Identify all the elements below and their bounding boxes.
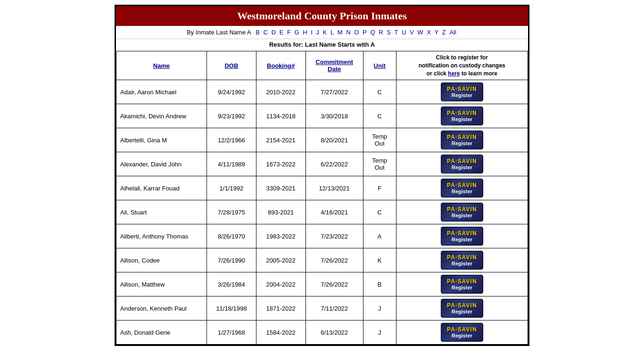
sort-unit-link[interactable]: Unit	[374, 62, 386, 69]
inmate-commitment-date: 6/22/2022	[305, 152, 363, 176]
inmate-dob: 8/26/1970	[207, 224, 256, 248]
inmate-unit: K	[363, 248, 396, 272]
inmate-name: Alhelall, Karrar Fouad	[116, 176, 207, 200]
nav-letter-y[interactable]: Y	[435, 29, 439, 36]
nav-letter-p[interactable]: P	[363, 29, 367, 36]
pa-savin-register-button[interactable]: PA-SAVIN Register	[441, 275, 483, 294]
nav-letter-o[interactable]: O	[354, 29, 359, 36]
inmates-table: Name DOB Booking# Commitment Date Unit C…	[116, 51, 528, 345]
nav-letter-v[interactable]: V	[410, 29, 414, 36]
inmate-dob: 9/24/1992	[207, 80, 256, 104]
nav-letter-j[interactable]: J	[316, 29, 320, 36]
nav-letter-g[interactable]: G	[295, 29, 299, 36]
nav-letter-q[interactable]: Q	[370, 29, 375, 36]
inmate-unit: C	[363, 104, 396, 128]
inmate-dob: 1/27/1968	[207, 321, 256, 345]
table-row: Albertelli, Gina M 12/2/1966 2154-2021 8…	[116, 128, 528, 152]
nav-letter-n[interactable]: N	[346, 29, 350, 36]
inmate-unit: J	[363, 321, 396, 345]
pa-savin-register-button[interactable]: PA-SAVIN Register	[441, 203, 483, 222]
inmate-dob: 4/11/1989	[207, 152, 256, 176]
inmate-name: Ash, Donald Gene	[116, 321, 207, 345]
pa-savin-register-button[interactable]: PA-SAVIN Register	[441, 251, 483, 270]
inmate-savin-cell: PA-SAVIN Register	[396, 200, 528, 224]
savin-btn-top-text: PA-SAVIN	[446, 134, 478, 140]
nav-letter-b[interactable]: B	[256, 29, 260, 36]
savin-btn-bottom-text: Register	[446, 237, 478, 242]
savin-btn-top-text: PA-SAVIN	[446, 254, 478, 261]
nav-letter-k[interactable]: K	[323, 29, 327, 36]
inmate-commitment-date: 7/23/2022	[305, 224, 363, 248]
pa-savin-register-button[interactable]: PA-SAVIN Register	[441, 227, 483, 246]
nav-letter-z[interactable]: Z	[442, 29, 446, 36]
pa-savin-register-button[interactable]: PA-SAVIN Register	[441, 299, 483, 318]
sort-name-link[interactable]: Name	[153, 62, 170, 69]
col-header-dob: DOB	[207, 51, 256, 80]
inmate-savin-cell: PA-SAVIN Register	[396, 248, 528, 272]
inmate-commitment-date: 8/20/2021	[305, 128, 363, 152]
inmate-unit: Temp Out	[363, 152, 396, 176]
savin-btn-top-text: PA-SAVIN	[446, 86, 478, 92]
inmate-dob: 7/28/1975	[207, 200, 256, 224]
nav-letter-e[interactable]: E	[280, 29, 284, 36]
inmate-savin-cell: PA-SAVIN Register	[396, 128, 528, 152]
inmate-savin-cell: PA-SAVIN Register	[396, 80, 528, 104]
table-row: Akamichi, Devin Andrew 9/23/1992 1134-20…	[116, 104, 528, 128]
nav-letter-u[interactable]: U	[402, 29, 406, 36]
col-header-unit: Unit	[363, 51, 396, 80]
inmate-commitment-date: 7/11/2022	[305, 296, 363, 321]
inmate-savin-cell: PA-SAVIN Register	[396, 152, 528, 176]
inmate-unit: J	[363, 296, 396, 321]
inmate-dob: 12/2/1966	[207, 128, 256, 152]
alpha-nav: By Inmate Last Name A B C D E F G H I J …	[116, 26, 528, 39]
nav-letter-w[interactable]: W	[417, 29, 423, 36]
inmate-booking: 2005-2022	[256, 248, 305, 272]
pa-savin-register-button[interactable]: PA-SAVIN Register	[441, 107, 483, 125]
sort-commitment-link[interactable]: Commitment Date	[315, 58, 353, 73]
inmate-booking: 1673-2022	[256, 152, 305, 176]
pa-savin-register-button[interactable]: PA-SAVIN Register	[441, 179, 483, 197]
savin-btn-top-text: PA-SAVIN	[446, 158, 478, 165]
inmate-booking: 1134-2018	[256, 104, 305, 128]
nav-letter-t[interactable]: T	[394, 29, 398, 36]
inmate-name: Ali, Stuart	[116, 200, 207, 224]
table-row: Aliberti, Anthony Thomas 8/26/1970 1983-…	[116, 224, 528, 248]
pa-savin-register-button[interactable]: PA-SAVIN Register	[441, 82, 483, 101]
sort-booking-link[interactable]: Booking#	[267, 62, 295, 69]
nav-letter-m[interactable]: M	[338, 29, 343, 36]
inmate-unit: C	[363, 80, 396, 104]
nav-letter-h[interactable]: H	[303, 29, 307, 36]
inmate-commitment-date: 7/26/2022	[305, 272, 363, 296]
pa-savin-register-button[interactable]: PA-SAVIN Register	[441, 155, 483, 173]
nav-letter-x[interactable]: X	[427, 29, 431, 36]
nav-letter-f[interactable]: F	[287, 29, 291, 36]
savin-btn-top-text: PA-SAVIN	[446, 206, 478, 213]
nav-letter-l[interactable]: L	[330, 29, 334, 36]
notify-text-3: or click	[427, 70, 446, 77]
notify-text-1: Click to register for	[436, 54, 488, 61]
notify-text-2: notification on custody changes	[419, 62, 505, 69]
nav-prefix: By Inmate Last Name A	[187, 29, 251, 36]
nav-letter-all[interactable]: All	[449, 29, 456, 36]
savin-btn-top-text: PA-SAVIN	[446, 326, 478, 333]
notify-here-link[interactable]: here	[448, 70, 460, 77]
inmate-dob: 3/26/1984	[207, 272, 256, 296]
savin-btn-bottom-text: Register	[446, 165, 478, 170]
savin-btn-bottom-text: Register	[446, 309, 478, 314]
inmate-savin-cell: PA-SAVIN Register	[396, 272, 528, 296]
pa-savin-register-button[interactable]: PA-SAVIN Register	[441, 131, 483, 149]
pa-savin-register-button[interactable]: PA-SAVIN Register	[441, 323, 483, 342]
nav-letter-c[interactable]: C	[264, 29, 268, 36]
inmate-savin-cell: PA-SAVIN Register	[396, 321, 528, 345]
inmate-unit: B	[363, 272, 396, 296]
nav-letter-i[interactable]: I	[311, 29, 313, 36]
sort-dob-link[interactable]: DOB	[224, 62, 238, 69]
savin-btn-top-text: PA-SAVIN	[446, 230, 478, 237]
nav-letter-s[interactable]: S	[387, 29, 391, 36]
nav-letter-r[interactable]: R	[379, 29, 383, 36]
table-row: Ash, Donald Gene 1/27/1968 1584-2022 6/1…	[116, 321, 528, 345]
nav-letter-d[interactable]: D	[272, 29, 276, 36]
table-row: Allison, Codee 7/26/1990 2005-2022 7/26/…	[116, 248, 528, 272]
inmate-commitment-date: 7/27/2022	[305, 80, 363, 104]
savin-btn-bottom-text: Register	[446, 213, 478, 218]
